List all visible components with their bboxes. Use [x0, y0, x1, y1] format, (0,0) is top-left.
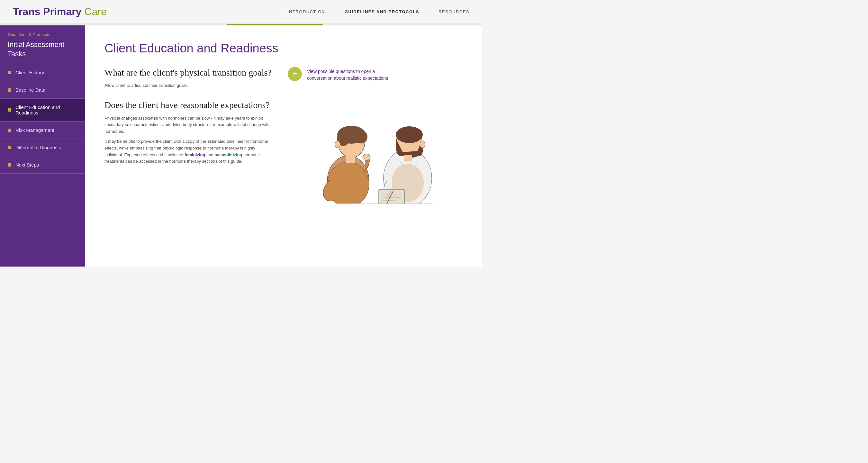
plus-button[interactable]: +	[288, 67, 302, 81]
sidebar-bullet-risk-management	[8, 129, 11, 132]
section2-link-between: and	[207, 152, 214, 157]
nav-guidelines[interactable]: GUIDELINES AND PROTOCOLS	[345, 9, 419, 14]
content-text-column: What are the client's physical transitio…	[104, 67, 275, 204]
page-layout: Guidelines & Protocols Initial Assessmen…	[0, 25, 482, 267]
sidebar-bullet-client-history	[8, 71, 11, 74]
main-nav: INTRODUCTION GUIDELINES AND PROTOCOLS RE…	[287, 9, 469, 14]
logo-primary: Primary	[40, 6, 81, 18]
header: Trans Primary Care INTRODUCTION GUIDELIN…	[0, 0, 482, 24]
section2-body1: Physical changes associated with hormone…	[104, 115, 275, 135]
sidebar-item-risk-management[interactable]: Risk Management	[0, 122, 85, 139]
svg-point-6	[335, 141, 340, 148]
expandable-text: View possible questions to open aconvers…	[307, 67, 388, 82]
sidebar-title: Initial Assessment Tasks	[0, 39, 85, 64]
svg-rect-7	[346, 156, 355, 163]
svg-point-8	[363, 154, 370, 160]
logo-trans: Trans	[13, 6, 40, 18]
sidebar-bullet-differential-diagnosis	[8, 146, 11, 149]
sidebar-item-label-baseline-data: Baseline Data	[16, 87, 45, 93]
logo-care: Care	[81, 6, 106, 18]
sidebar-bullet-client-education	[8, 109, 11, 112]
sidebar-item-label-next-steps: Next Steps	[16, 162, 39, 167]
sidebar-item-label-differential-diagnosis: Differential Diagnosis	[16, 145, 61, 150]
svg-point-1	[327, 162, 369, 204]
sidebar-item-differential-diagnosis[interactable]: Differential Diagnosis	[0, 139, 85, 156]
sidebar-item-client-education[interactable]: Client Education and Readiness	[0, 99, 85, 122]
link-masculinizing[interactable]: masculinizing	[214, 152, 242, 157]
section1-heading: What are the client's physical transitio…	[104, 67, 275, 79]
main-content: Client Education and Readiness What are …	[85, 25, 482, 267]
nav-resources[interactable]: RESOURCES	[438, 9, 469, 14]
svg-point-14	[420, 141, 425, 148]
sidebar-bullet-baseline-data	[8, 88, 11, 92]
nav-introduction[interactable]: INTRODUCTION	[287, 9, 326, 14]
plus-icon: +	[292, 69, 298, 78]
sidebar-item-label-client-history: Client History	[16, 70, 44, 75]
sidebar-item-label-client-education: Client Education and Readiness	[16, 104, 78, 116]
sidebar-item-baseline-data[interactable]: Baseline Data	[0, 81, 85, 99]
svg-point-5	[354, 130, 368, 144]
illustration-area	[288, 95, 463, 204]
section1-body: Allow client to articulate their transit…	[104, 82, 275, 89]
sidebar-item-client-history[interactable]: Client History	[0, 64, 85, 81]
sidebar: Guidelines & Protocols Initial Assessmen…	[0, 25, 85, 267]
sidebar-item-label-risk-management: Risk Management	[16, 127, 54, 133]
section2-body: Physical changes associated with hormone…	[104, 115, 275, 165]
content-body: What are the client's physical transitio…	[104, 67, 463, 204]
consultation-illustration	[298, 95, 453, 204]
page-title: Client Education and Readiness	[104, 41, 463, 55]
sidebar-section-label: Guidelines & Protocols	[0, 25, 85, 39]
link-feminizing[interactable]: feminizing	[185, 152, 205, 157]
svg-point-12	[396, 126, 423, 143]
section1-body-text: Allow client to articulate their transit…	[104, 82, 275, 89]
sidebar-bullet-next-steps	[8, 163, 11, 166]
section2-body2: It may be helpful to provide the client …	[104, 138, 275, 165]
section2-heading: Does the client have reasonable expectat…	[104, 99, 275, 111]
svg-rect-13	[404, 155, 412, 161]
content-right-column: + View possible questions to open aconve…	[288, 67, 463, 204]
expandable-box: + View possible questions to open aconve…	[288, 67, 388, 82]
sidebar-item-next-steps[interactable]: Next Steps	[0, 156, 85, 174]
logo[interactable]: Trans Primary Care	[13, 6, 107, 18]
